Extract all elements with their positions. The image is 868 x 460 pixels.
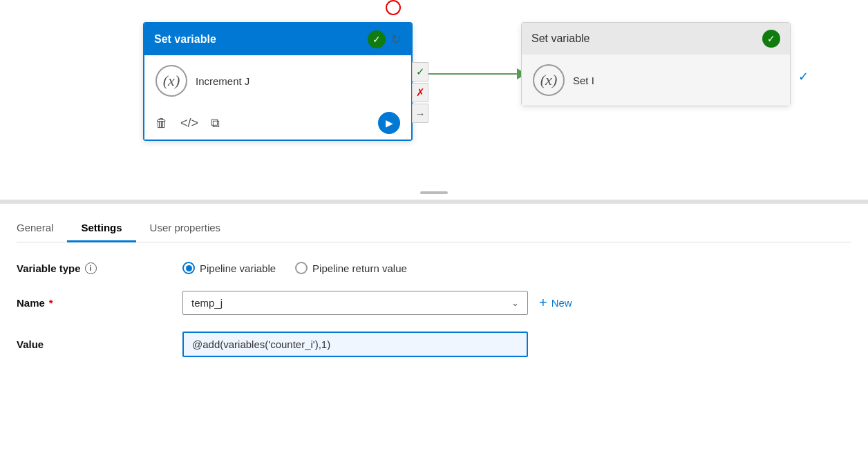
connector-arrow-btn[interactable]: → bbox=[412, 104, 428, 123]
value-input[interactable] bbox=[182, 332, 528, 357]
green-check-gray: ✓ bbox=[762, 30, 780, 48]
value-row: Value bbox=[17, 332, 851, 357]
top-red-circle-icon bbox=[386, 0, 401, 15]
bottom-panel: General Settings User properties Variabl… bbox=[0, 204, 868, 357]
card-body-active: (x) Increment J bbox=[144, 55, 411, 106]
card-body-label-gray: Set I bbox=[573, 75, 594, 86]
tab-user-properties[interactable]: User properties bbox=[136, 215, 235, 242]
tab-general[interactable]: General bbox=[17, 215, 67, 242]
reload-icon[interactable]: ↻ bbox=[391, 32, 402, 47]
card-footer-active: 🗑 </> ⧉ ▶ bbox=[144, 106, 411, 140]
card-header-active: Set variable ✓ ↻ bbox=[144, 23, 411, 55]
card-header-gray: Set variable ✓ bbox=[522, 23, 790, 55]
value-label: Value bbox=[17, 338, 182, 350]
variable-icon-gray: (x) bbox=[533, 64, 565, 96]
card-title-gray: Set variable bbox=[531, 32, 590, 45]
name-label: Name * bbox=[17, 297, 182, 309]
dropdown-value: temp_j bbox=[191, 297, 223, 309]
right-blue-check: ✓ bbox=[798, 69, 809, 84]
trash-icon[interactable]: 🗑 bbox=[155, 116, 168, 131]
radio-circle-return[interactable] bbox=[295, 262, 308, 274]
set-variable-card-gray[interactable]: Set variable ✓ (x) Set I bbox=[521, 22, 791, 106]
variable-type-row: Variable type i Pipeline variable Pipeli… bbox=[17, 262, 851, 274]
tabs: General Settings User properties bbox=[17, 204, 851, 242]
card-body-label-active: Increment J bbox=[196, 75, 249, 87]
settings-content: Variable type i Pipeline variable Pipeli… bbox=[17, 242, 851, 357]
canvas-area: Set variable ✓ ↻ (x) Increment J 🗑 </> ⧉… bbox=[0, 0, 868, 204]
connector-check-btn[interactable]: ✓ bbox=[412, 62, 428, 82]
side-connectors: ✓ ✗ → bbox=[412, 62, 428, 123]
run-button[interactable]: ▶ bbox=[378, 112, 400, 134]
chevron-down-icon: ⌄ bbox=[511, 298, 519, 308]
radio-pipeline-return[interactable]: Pipeline return value bbox=[295, 262, 407, 274]
name-dropdown[interactable]: temp_j ⌄ bbox=[182, 291, 528, 315]
radio-pipeline-variable[interactable]: Pipeline variable bbox=[182, 262, 276, 274]
plus-icon: + bbox=[539, 295, 547, 311]
set-variable-card-active[interactable]: Set variable ✓ ↻ (x) Increment J 🗑 </> ⧉… bbox=[143, 22, 413, 141]
variable-icon-active: (x) bbox=[155, 65, 187, 97]
green-check-active: ✓ bbox=[368, 30, 386, 48]
radio-group: Pipeline variable Pipeline return value bbox=[182, 262, 407, 274]
variable-type-label: Variable type i bbox=[17, 262, 182, 274]
new-button[interactable]: + New bbox=[539, 295, 572, 311]
code-icon[interactable]: </> bbox=[180, 116, 198, 131]
name-row: Name * temp_j ⌄ + New bbox=[17, 291, 851, 315]
info-icon[interactable]: i bbox=[85, 262, 97, 274]
connector-x-btn[interactable]: ✗ bbox=[412, 83, 428, 102]
copy-icon[interactable]: ⧉ bbox=[211, 116, 220, 131]
card-title-active: Set variable bbox=[154, 33, 216, 46]
required-asterisk: * bbox=[49, 297, 53, 309]
radio-circle-pipeline[interactable] bbox=[182, 262, 195, 274]
footer-icons: 🗑 </> ⧉ bbox=[155, 116, 220, 131]
tab-settings[interactable]: Settings bbox=[67, 215, 135, 242]
arrow-line bbox=[428, 73, 521, 75]
divider-handle[interactable] bbox=[420, 191, 448, 194]
card-body-gray: (x) Set I bbox=[522, 55, 790, 106]
